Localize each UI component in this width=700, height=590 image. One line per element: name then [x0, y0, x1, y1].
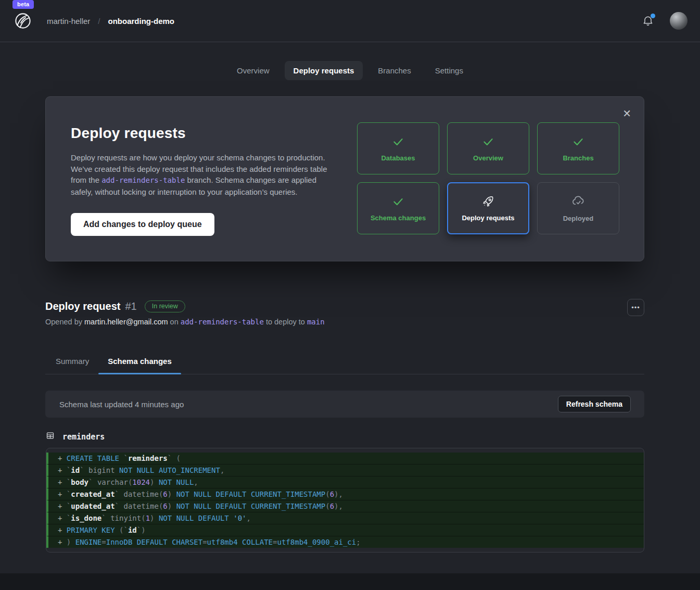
code-segment: `) — [137, 526, 146, 534]
breadcrumb-org[interactable]: martin-heller — [47, 17, 90, 26]
add-to-deploy-queue-button[interactable]: Add changes to deploy queue — [71, 213, 214, 236]
code-segment: NOT NULL — [159, 478, 194, 486]
code-segment: CREATE TABLE — [67, 454, 119, 462]
table-icon — [46, 431, 55, 442]
onboarding-step-deployed[interactable]: Deployed — [537, 182, 619, 234]
schema-diff-block: + CREATE TABLE `reminders` (+ `id` bigin… — [46, 448, 644, 553]
code-segment: + — [58, 490, 67, 498]
code-segment: = — [101, 538, 106, 546]
cloud-check-icon — [571, 194, 586, 209]
code-segment: id — [128, 526, 137, 534]
status-badge: In review — [145, 300, 185, 312]
code-segment: ), — [334, 490, 343, 498]
nav-tab-settings[interactable]: Settings — [426, 61, 472, 80]
deploy-request-header: Deploy request #1 In review ••• Opened b… — [45, 300, 644, 326]
opened-mid: on — [168, 318, 181, 326]
code-segment: varchar — [97, 478, 128, 486]
overflow-menu-button[interactable]: ••• — [627, 299, 644, 316]
code-segment: = — [202, 538, 207, 546]
planetscale-logo-icon[interactable] — [12, 10, 33, 31]
code-segment: ` — [119, 454, 128, 462]
deploy-request-tabs: SummarySchema changes — [45, 349, 644, 374]
code-segment: body — [71, 478, 88, 486]
code-segment: ) — [168, 502, 176, 510]
onboarding-step-schema-changes[interactable]: Schema changes — [357, 182, 439, 234]
beta-badge: beta — [12, 0, 34, 9]
code-segment: utf8mb4 COLLATE — [207, 538, 273, 546]
schema-last-updated-text: Schema last updated 4 minutes ago — [59, 400, 184, 409]
onboarding-title: Deploy requests — [71, 125, 332, 142]
code-segment: , — [220, 466, 224, 474]
code-segment: ` — [115, 490, 124, 498]
code-segment: datetime — [123, 490, 158, 498]
check-icon — [391, 135, 405, 148]
code-segment: ` — [101, 514, 110, 522]
notification-bell-icon[interactable] — [642, 15, 654, 27]
code-segment: ` — [80, 466, 88, 474]
opener-email: martin.heller@gmail.com — [84, 318, 168, 326]
onboarding-step-branches[interactable]: Branches — [537, 122, 619, 174]
code-segment: PRIMARY KEY — [67, 526, 115, 534]
code-segment: ) — [150, 514, 159, 522]
code-segment: utf8mb4_0900_ai_ci — [277, 538, 356, 546]
code-segment: + — [58, 466, 67, 474]
code-segment: ) — [168, 490, 176, 498]
onboarding-step-overview[interactable]: Overview — [447, 122, 529, 174]
check-icon — [391, 195, 405, 208]
close-icon[interactable]: ✕ — [622, 108, 631, 119]
step-label: Schema changes — [371, 214, 426, 222]
onboarding-steps-grid: DatabasesOverviewBranchesSchema changesD… — [357, 122, 619, 236]
detail-tab-summary[interactable]: Summary — [46, 349, 98, 374]
user-avatar[interactable] — [670, 12, 688, 30]
rocket-icon — [481, 195, 495, 208]
code-segment: '0' — [233, 514, 246, 522]
diff-line: + `id` bigint NOT NULL AUTO_INCREMENT, — [46, 465, 644, 476]
code-segment: 1 — [146, 514, 150, 522]
code-segment: created_at — [71, 490, 114, 498]
code-segment: NOT NULL AUTO_INCREMENT — [119, 466, 220, 474]
check-icon — [571, 135, 585, 148]
code-segment: ( — [325, 502, 329, 510]
code-segment: ` ( — [168, 454, 181, 462]
diff-line: + PRIMARY KEY (`id`) — [46, 524, 644, 536]
nav-tab-overview[interactable]: Overview — [228, 61, 278, 80]
diff-line: + `created_at` datetime(6) NOT NULL DEFA… — [46, 488, 644, 500]
opened-mid2: to deploy to — [264, 318, 307, 326]
step-label: Databases — [381, 154, 415, 162]
refresh-schema-button[interactable]: Refresh schema — [558, 396, 631, 412]
notification-dot — [651, 14, 655, 18]
table-name: reminders — [62, 432, 105, 442]
code-segment: ) — [67, 538, 75, 546]
code-segment: bigint — [88, 466, 119, 474]
diff-line: + `updated_at` datetime(6) NOT NULL DEFA… — [46, 500, 644, 512]
step-label: Deploy requests — [462, 214, 514, 222]
code-segment: ) — [150, 478, 159, 486]
breadcrumb-database[interactable]: onboarding-demo — [108, 17, 175, 26]
diff-line: + `body` varchar(1024) NOT NULL, — [46, 476, 644, 488]
code-segment: ` — [88, 478, 97, 486]
code-segment: ( — [141, 514, 145, 522]
code-segment: ), — [334, 502, 343, 510]
onboarding-description: Deploy requests are how you deploy your … — [71, 152, 332, 197]
code-segment: 6 — [330, 502, 334, 510]
target-branch-link[interactable]: main — [307, 318, 325, 326]
code-segment: updated_at — [71, 502, 114, 510]
code-segment: + — [58, 478, 67, 486]
branch-name-link[interactable]: add-reminders-table — [101, 176, 185, 184]
page-background: beta martin-heller / onboarding-demo Ov — [0, 0, 700, 573]
source-branch-link[interactable]: add-reminders-table — [181, 318, 264, 326]
nav-tab-branches[interactable]: Branches — [369, 61, 419, 80]
code-segment: 6 — [163, 490, 167, 498]
nav-tab-deploy-requests[interactable]: Deploy requests — [285, 61, 363, 80]
code-segment: + — [58, 454, 67, 462]
code-segment: ` — [115, 502, 124, 510]
detail-tab-schema-changes[interactable]: Schema changes — [98, 349, 181, 374]
diff-line: + `is_done` tinyint(1) NOT NULL DEFAULT … — [46, 512, 644, 524]
code-segment: InnoDB DEFAULT CHARSET — [106, 538, 202, 546]
header-actions — [642, 12, 688, 30]
onboarding-step-databases[interactable]: Databases — [357, 122, 439, 174]
diff-line: + ) ENGINE=InnoDB DEFAULT CHARSET=utf8mb… — [46, 536, 644, 548]
code-segment: 6 — [330, 490, 334, 498]
step-label: Branches — [563, 154, 593, 162]
onboarding-step-deploy-requests[interactable]: Deploy requests — [447, 182, 529, 234]
